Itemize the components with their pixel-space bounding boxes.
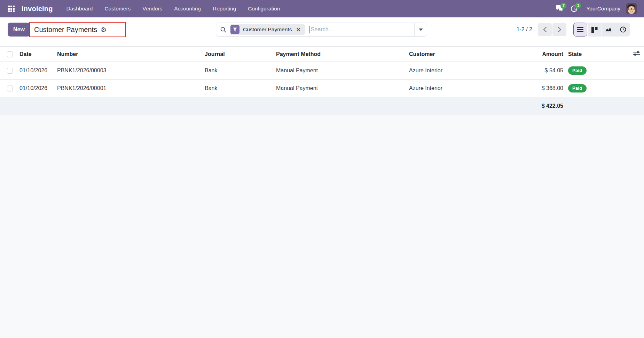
messages-button[interactable]: 7 [552,2,567,16]
status-badge: Paid [568,66,587,75]
menu-item-configuration[interactable]: Configuration [242,0,286,17]
company-name[interactable]: YourCompany [586,6,620,12]
row-checkbox[interactable] [7,68,13,74]
new-button[interactable]: New [8,23,30,37]
control-panel-right: 1-2 / 2 [517,23,630,37]
page-title: Customer Payments [34,26,97,34]
activities-button[interactable]: 1 [567,2,581,16]
control-panel: New Customer Payments ⚙ Customer Payment… [0,17,644,46]
cell-journal: Bank [202,80,273,97]
graph-view-button[interactable] [602,23,616,37]
main-menu: Dashboard Customers Vendors Accounting R… [61,0,286,17]
navbar-right: 7 1 YourCompany [552,2,637,16]
pager-previous-button[interactable] [538,23,552,36]
gear-icon[interactable]: ⚙ [101,26,107,33]
menu-item-customers[interactable]: Customers [99,0,136,17]
adjust-columns-icon[interactable] [633,51,640,56]
facet-remove-icon[interactable]: ✕ [295,26,304,33]
cell-journal: Bank [202,62,273,80]
cell-date: 01/10/2026 [17,80,54,97]
menu-item-reporting[interactable]: Reporting [207,0,242,17]
cell-amount: $ 54.05 [514,62,565,80]
search-facet-customer-payments[interactable]: Customer Payments ✕ [230,24,305,35]
table-row[interactable]: 01/10/2026 PBNK1/2026/00001 Bank Manual … [0,80,644,97]
menu-item-accounting[interactable]: Accounting [168,0,207,17]
column-header-journal[interactable]: Journal [202,47,273,62]
search-input[interactable] [310,26,414,33]
top-navbar: Invoicing Dashboard Customers Vendors Ac… [0,0,644,17]
cell-date: 01/10/2026 [17,62,54,80]
column-header-payment-method[interactable]: Payment Method [273,47,406,62]
user-avatar[interactable] [626,3,637,14]
apps-menu-button[interactable] [5,2,17,15]
table-header-row: Date Number Journal Payment Method Custo… [0,47,644,62]
payments-table: Date Number Journal Payment Method Custo… [0,46,644,115]
status-badge: Paid [568,84,587,93]
column-header-customer[interactable]: Customer [406,47,514,62]
content-background [0,115,644,338]
activity-view-button[interactable] [616,23,630,37]
table-row[interactable]: 01/10/2026 PBNK1/2026/00003 Bank Manual … [0,62,644,80]
cell-amount: $ 368.00 [514,80,565,97]
view-switcher [573,23,630,37]
breadcrumb-highlight-box: Customer Payments ⚙ [29,22,126,37]
list-view-icon [577,27,583,32]
search-options-toggle[interactable] [414,23,427,36]
table-footer-row: $ 422.05 [0,97,644,115]
column-header-number[interactable]: Number [54,47,202,62]
cell-payment-method: Manual Payment [273,62,406,80]
search-icon [220,27,226,33]
select-all-checkbox[interactable] [7,51,13,57]
activities-count-badge: 1 [575,3,581,9]
cell-number: PBNK1/2026/00001 [54,80,202,97]
pager-counter: 1-2 / 2 [517,26,532,33]
cell-customer: Azure Interior [406,62,514,80]
menu-item-vendors[interactable]: Vendors [136,0,168,17]
graph-view-icon [605,27,612,32]
pager-next-button[interactable] [552,23,566,36]
amount-total: $ 422.05 [542,103,563,109]
text-caret [309,26,309,33]
column-header-amount[interactable]: Amount [514,47,565,62]
filter-funnel-icon [230,25,239,34]
apps-grid-icon [8,6,15,12]
search-bar: Customer Payments ✕ [216,23,427,37]
chevron-down-icon [419,29,423,31]
facet-label: Customer Payments [239,26,295,33]
avatar-image-icon [626,3,637,14]
kanban-view-icon [591,27,598,33]
cell-customer: Azure Interior [406,80,514,97]
chevron-left-icon [543,27,547,32]
list-view-button[interactable] [573,23,587,37]
menu-item-dashboard[interactable]: Dashboard [61,0,99,17]
activity-clock-view-icon [620,26,626,33]
chevron-right-icon [558,27,561,32]
cell-number: PBNK1/2026/00003 [54,62,202,80]
row-checkbox[interactable] [7,86,13,91]
kanban-view-button[interactable] [588,23,602,37]
cell-payment-method: Manual Payment [273,80,406,97]
column-header-date[interactable]: Date [17,47,54,62]
column-header-state[interactable]: State [565,47,606,62]
app-name[interactable]: Invoicing [22,5,53,13]
messages-count-badge: 7 [560,3,566,9]
